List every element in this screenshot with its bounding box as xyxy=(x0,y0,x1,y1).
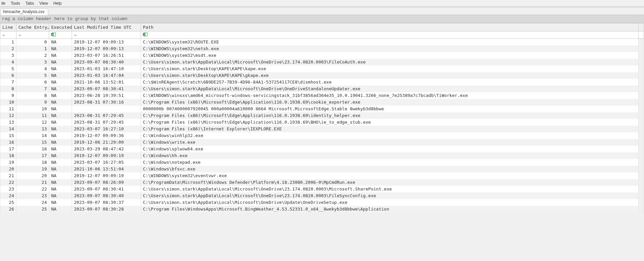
scrollbar-track[interactable] xyxy=(639,45,644,52)
cell-cache-entry: 10 xyxy=(16,106,49,112)
excel-export-icon[interactable]: X xyxy=(143,32,148,36)
cell-path: C:\$WinREAgent\Scratch\6B9DE257-7B39-4D9… xyxy=(141,79,639,86)
scrollbar-track[interactable] xyxy=(639,72,644,79)
cell-path: C:\Program Files (x86)\Microsoft\Edge\Ap… xyxy=(141,119,639,126)
filter-executed[interactable]: X xyxy=(49,31,72,39)
scrollbar-track[interactable] xyxy=(639,59,644,66)
cell-last-modified: 2019-12-07 09:09:19 xyxy=(72,172,141,179)
table-row[interactable]: 2524NA2023-09-07 08:30:37C:\Users\simon.… xyxy=(0,199,644,206)
cell-cache-entry: 7 xyxy=(16,86,49,92)
scrollbar-track[interactable] xyxy=(639,66,644,72)
scrollbar-track[interactable] xyxy=(639,126,644,132)
cell-last-modified: 2023-03-07 16:27:05 xyxy=(72,159,141,166)
cell-cache-entry: 2 xyxy=(16,52,49,59)
cell-last-modified xyxy=(72,106,141,112)
cell-last-modified: 2023-08-31 07:30:16 xyxy=(72,99,141,106)
menu-tools[interactable]: Tools xyxy=(8,0,23,6)
col-header-line[interactable]: Line xyxy=(0,23,16,31)
filter-cache[interactable]: = xyxy=(16,31,49,39)
cell-executed: NA xyxy=(49,119,72,126)
table-row[interactable]: 76NA2021-10-06 13:52:01C:\$WinREAgent\Sc… xyxy=(0,79,644,86)
table-row[interactable]: 87NA2023-09-07 08:30:41C:\Users\simon.st… xyxy=(0,86,644,92)
cell-path: C:\Windows\notepad.exe xyxy=(141,159,639,166)
table-row[interactable]: 2625NA2023-09-07 08:30:28C:\Program File… xyxy=(0,206,644,213)
scrollbar-track[interactable] xyxy=(639,92,644,99)
cell-line: 20 xyxy=(0,166,16,172)
cell-executed: NA xyxy=(49,186,72,192)
cell-path: C:\Program Files (x86)\Internet Explorer… xyxy=(141,126,639,132)
scrollbar-track[interactable] xyxy=(639,106,644,112)
col-header-last-modified[interactable]: Last Modified Time UTC xyxy=(72,23,141,31)
col-header-path[interactable]: Path xyxy=(141,23,639,31)
cell-last-modified: 2023-03-07 16:26:51 xyxy=(72,52,141,59)
table-row[interactable]: 2423NA2023-09-07 08:30:40C:\Users\simon.… xyxy=(0,192,644,199)
menu-view[interactable]: View xyxy=(36,0,51,6)
table-row[interactable]: 1716NA2023-03-29 08:47:42C:\Windows\splw… xyxy=(0,146,644,152)
col-header-executed[interactable]: Executed xyxy=(49,23,72,31)
scrollbar-track[interactable] xyxy=(639,152,644,159)
scrollbar-track[interactable] xyxy=(639,172,644,179)
scrollbar-track[interactable] xyxy=(639,206,644,213)
scrollbar-track[interactable] xyxy=(639,139,644,146)
col-header-cache-entry[interactable]: Cache Entry… xyxy=(16,23,49,31)
scrollbar-track[interactable] xyxy=(639,132,644,139)
cell-path: C:\ProgramData\Microsoft\Windows Defende… xyxy=(141,179,639,186)
scrollbar-track[interactable] xyxy=(639,39,644,45)
table-row[interactable]: 1110NA0000000b 0074000007920045 000a0000… xyxy=(0,106,644,112)
scrollbar-track[interactable] xyxy=(639,52,644,59)
group-by-hint[interactable]: rag a column header here to group by tha… xyxy=(0,15,644,23)
cell-line: 1 xyxy=(0,39,16,45)
scrollbar-track[interactable] xyxy=(639,79,644,86)
table-row[interactable]: 1615NA2019-12-06 21:29:00C:\Windows\writ… xyxy=(0,139,644,146)
scrollbar-track[interactable] xyxy=(639,146,644,152)
scrollbar-track[interactable] xyxy=(639,166,644,172)
table-row[interactable]: 1817NA2019-12-07 09:09:19C:\Windows\hh.e… xyxy=(0,152,644,159)
scrollbar-track[interactable] xyxy=(639,99,644,106)
cell-executed: NA xyxy=(49,206,72,213)
table-row[interactable]: 32NA2023-03-07 16:26:51C:\WINDOWS\system… xyxy=(0,52,644,59)
file-tab[interactable]: himcache_Analysis.csv xyxy=(1,8,48,15)
table-row[interactable]: 10NA2019-12-07 09:09:13C:\WINDOWS\system… xyxy=(0,39,644,45)
menu-tabs[interactable]: Tabs xyxy=(23,0,36,6)
table-row[interactable]: 98NA2023-06-28 10:39:51C:\WINDOWS\winsxs… xyxy=(0,92,644,99)
menu-help[interactable]: Help xyxy=(51,0,64,6)
menu-file[interactable]: ile xyxy=(1,0,8,6)
table-row[interactable]: 2221NA2023-09-07 08:26:09C:\ProgramData\… xyxy=(0,179,644,186)
cell-line: 14 xyxy=(0,126,16,132)
scrollbar-track[interactable] xyxy=(639,86,644,92)
table-row[interactable]: 65NA2023-01-03 16:47:04C:\Users\simon.st… xyxy=(0,72,644,79)
filter-time[interactable]: = xyxy=(72,31,141,39)
table-row[interactable]: 1413NA2023-03-07 16:27:10C:\Program File… xyxy=(0,126,644,132)
table-row[interactable]: 1312NA2023-08-31 07:29:45C:\Program File… xyxy=(0,119,644,126)
cell-last-modified: 2023-09-07 08:30:41 xyxy=(72,86,141,92)
cell-executed: NA xyxy=(49,199,72,206)
scrollbar-track[interactable] xyxy=(639,119,644,126)
table-row[interactable]: 109NA2023-08-31 07:30:16C:\Program Files… xyxy=(0,99,644,106)
scrollbar-track[interactable] xyxy=(639,159,644,166)
excel-export-icon[interactable]: X xyxy=(51,32,56,36)
table-row[interactable]: 1514NA2019-12-07 09:09:36C:\Windows\winh… xyxy=(0,132,644,139)
scrollbar-track[interactable] xyxy=(639,179,644,186)
cell-executed: NA xyxy=(49,146,72,152)
table-row[interactable]: 2322NA2023-09-07 08:30:41C:\Users\simon.… xyxy=(0,186,644,192)
filter-line[interactable]: = xyxy=(0,31,16,39)
table-row[interactable]: 54NA2023-01-03 16:47:10C:\Users\simon.st… xyxy=(0,66,644,72)
cell-executed: NA xyxy=(49,179,72,186)
scrollbar-track[interactable] xyxy=(639,186,644,192)
scrollbar-track[interactable] xyxy=(639,199,644,206)
table-row[interactable]: 1211NA2023-08-31 07:29:45C:\Program File… xyxy=(0,112,644,119)
scrollbar-track[interactable] xyxy=(639,192,644,199)
table-row[interactable]: 1918NA2023-03-07 16:27:05C:\Windows\note… xyxy=(0,159,644,166)
scrollbar-header-gap xyxy=(639,23,644,31)
cell-executed: NA xyxy=(49,132,72,139)
table-row[interactable]: 21NA2019-12-07 09:09:13C:\WINDOWS\system… xyxy=(0,45,644,52)
table-row[interactable]: 2120NA2019-12-07 09:09:19C:\WINDOWS\syst… xyxy=(0,172,644,179)
cell-cache-entry: 14 xyxy=(16,132,49,139)
table-row[interactable]: 43NA2023-09-07 08:30:40C:\Users\simon.st… xyxy=(0,59,644,66)
scrollbar-track[interactable] xyxy=(639,112,644,119)
table-row[interactable]: 2019NA2021-10-06 13:51:04C:\Windows\bfsv… xyxy=(0,166,644,172)
file-tab-label: himcache_Analysis.csv xyxy=(3,9,45,14)
cell-path: C:\Windows\write.exe xyxy=(141,139,639,146)
filter-path[interactable]: X xyxy=(141,31,639,39)
data-grid: Line Cache Entry… Executed Last Modified… xyxy=(0,23,644,213)
